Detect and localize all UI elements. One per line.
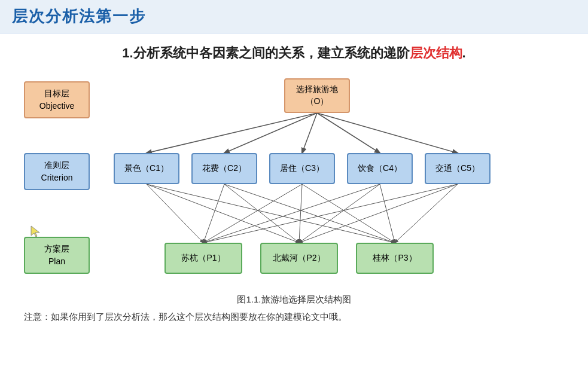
page-title: 层次分析法第一步 <box>12 6 576 27</box>
step-title-prefix: 1.分析系统中各因素之间的关系，建立系统的递阶 <box>122 45 409 60</box>
node-criterion-3-label: 居住（C3） <box>280 163 324 175</box>
label-criterion: 准则层 Criterion <box>24 153 90 190</box>
svg-line-14 <box>302 184 395 243</box>
diagram-nodes-area: 选择旅游地 （O） 景色（C1） 花费（C2） 居住（C3） 饮食（C4） 交通… <box>108 75 562 291</box>
label-criterion-line1: 准则层 <box>29 159 85 172</box>
svg-line-4 <box>317 113 380 153</box>
node-criterion-3: 居住（C3） <box>269 153 335 184</box>
step-title-highlight: 层次结构 <box>410 45 462 60</box>
node-plan-2-label: 北戴河（P2） <box>273 252 325 264</box>
node-criterion-1: 景色（C1） <box>114 153 179 184</box>
svg-line-18 <box>203 184 458 243</box>
svg-line-13 <box>299 184 302 243</box>
svg-line-2 <box>224 113 317 153</box>
label-criterion-line2: Criterion <box>29 172 85 184</box>
diagram-caption: 图1.1.旅游地选择层次结构图 <box>18 294 570 306</box>
node-criterion-1-label: 景色（C1） <box>124 163 169 175</box>
node-plan-3: 桂林（P3） <box>356 243 434 274</box>
svg-line-7 <box>147 184 299 243</box>
node-objective-line1: 选择旅游地 <box>296 84 338 96</box>
step-title-suffix: . <box>462 45 466 60</box>
svg-line-9 <box>203 184 224 243</box>
svg-line-11 <box>224 184 395 243</box>
label-plan-line2: Plan <box>29 255 85 268</box>
node-objective-line2: （O） <box>306 96 329 108</box>
svg-line-17 <box>380 184 395 243</box>
label-objective: 目标层 Objective <box>24 81 90 118</box>
svg-line-10 <box>224 184 299 243</box>
cursor-icon <box>30 225 42 242</box>
svg-line-6 <box>147 184 203 243</box>
node-criterion-4-label: 饮食（C4） <box>358 163 402 175</box>
node-criterion-2: 花费（C2） <box>191 153 257 184</box>
svg-line-1 <box>147 113 317 153</box>
node-objective: 选择旅游地 （O） <box>284 78 350 113</box>
svg-marker-0 <box>31 226 39 237</box>
node-criterion-5: 交通（C5） <box>425 153 490 184</box>
svg-line-8 <box>147 184 395 243</box>
left-labels: 目标层 Objective 准则层 Criterion 方案层 Plan <box>18 75 96 303</box>
label-objective-line1: 目标层 <box>29 87 85 100</box>
caption-text: 图1.1.旅游地选择层次结构图 <box>237 294 351 304</box>
node-criterion-5-label: 交通（C5） <box>435 163 480 175</box>
label-plan: 方案层 Plan <box>24 237 90 274</box>
diagram-area: 目标层 Objective 准则层 Criterion 方案层 Plan <box>18 75 580 291</box>
svg-line-19 <box>299 184 458 243</box>
label-objective-line2: Objective <box>29 100 85 112</box>
svg-line-15 <box>203 184 380 243</box>
svg-line-5 <box>317 113 458 153</box>
node-plan-2: 北戴河（P2） <box>260 243 338 274</box>
svg-line-16 <box>299 184 380 243</box>
node-plan-1-label: 苏杭（P1） <box>181 252 225 264</box>
main-content: 1.分析系统中各因素之间的关系，建立系统的递阶层次结构. 目标层 Objecti… <box>0 33 588 329</box>
node-plan-1: 苏杭（P1） <box>164 243 242 274</box>
label-plan-line1: 方案层 <box>29 243 85 255</box>
svg-line-20 <box>395 184 458 243</box>
step-title: 1.分析系统中各因素之间的关系，建立系统的递阶层次结构. <box>18 44 570 62</box>
node-plan-3-label: 桂林（P3） <box>373 252 416 264</box>
page-header: 层次分析法第一步 <box>0 0 588 33</box>
svg-line-3 <box>302 113 317 153</box>
note-text: 注意：如果你用到了层次分析法，那么这个层次结构图要放在你的建模论文中哦。 <box>18 311 570 323</box>
node-criterion-4: 饮食（C4） <box>347 153 413 184</box>
note-content: 注意：如果你用到了层次分析法，那么这个层次结构图要放在你的建模论文中哦。 <box>24 311 347 322</box>
node-criterion-2-label: 花费（C2） <box>202 163 246 175</box>
svg-line-12 <box>203 184 302 243</box>
